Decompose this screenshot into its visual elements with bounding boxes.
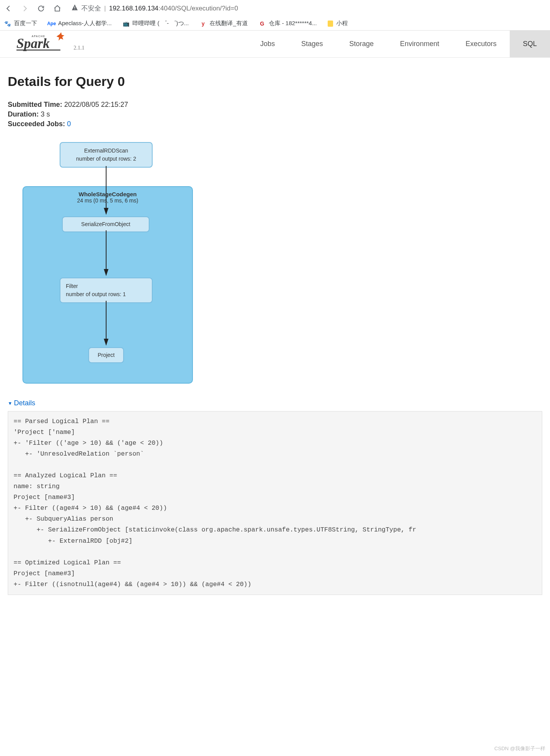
tab-executors[interactable]: Executors — [452, 31, 510, 57]
submitted-time: Submitted Time: 2022/08/05 22:15:27 — [8, 101, 542, 109]
bookmark-miniprog[interactable]: 小程 — [328, 20, 348, 27]
dag-node-project[interactable]: Project — [88, 347, 124, 363]
url-row: 不安全 | 192.168.169.134:4040/SQL/execution… — [0, 0, 550, 17]
bookmark-youdao[interactable]: y 在线翻译_有道 — [199, 20, 248, 27]
succeeded-jobs: Succeeded Jobs: 0 — [8, 120, 542, 128]
query-plan: == Parsed Logical Plan == 'Project ['nam… — [8, 411, 542, 595]
insecure-icon — [71, 4, 78, 13]
spark-header: APACHE Spark 2.1.1 Jobs Stages Storage E… — [0, 31, 550, 58]
bookmark-apeclass[interactable]: Ape Apeclass-人人都学... — [48, 20, 112, 27]
tab-jobs[interactable]: Jobs — [247, 31, 288, 57]
dag-node-serialize[interactable]: SerializeFromObject — [62, 216, 150, 232]
spark-logo[interactable]: APACHE Spark 2.1.1 — [0, 32, 96, 57]
gitee-icon: G — [259, 20, 266, 27]
details-toggle[interactable]: ▼ Details — [8, 399, 542, 407]
tab-environment[interactable]: Environment — [387, 31, 452, 57]
dag-stage-codegen[interactable]: WholeStageCodegen 24 ms (0 ms, 5 ms, 6 m… — [22, 186, 193, 384]
reload-button[interactable] — [36, 3, 46, 14]
ape-icon: Ape — [48, 20, 55, 27]
bookmarks-bar: 🐾 百度一下 Ape Apeclass-人人都学... 📺 哔哩哔哩 ( ゜- … — [0, 17, 550, 30]
succeeded-job-link[interactable]: 0 — [67, 120, 71, 128]
youdao-icon: y — [199, 20, 206, 27]
main-content: Details for Query 0 Submitted Time: 2022… — [0, 58, 550, 595]
back-button[interactable] — [3, 3, 14, 14]
url-bar[interactable]: 不安全 | 192.168.169.134:4040/SQL/execution… — [68, 2, 547, 14]
dag-node-externalrddscan[interactable]: ExternalRDDScan number of output rows: 2 — [60, 142, 153, 168]
bookmark-gitee[interactable]: G 仓库 - 182******4... — [259, 20, 317, 27]
insecure-label: 不安全 — [81, 4, 101, 13]
spark-version: 2.1.1 — [70, 45, 84, 53]
duration: Duration: 3 s — [8, 110, 542, 118]
tab-storage[interactable]: Storage — [336, 31, 387, 57]
tab-sql[interactable]: SQL — [510, 31, 550, 57]
dag-visualization: ExternalRDDScan number of output rows: 2… — [22, 142, 542, 390]
home-button[interactable] — [52, 3, 63, 14]
bookmark-baidu[interactable]: 🐾 百度一下 — [4, 20, 37, 27]
bookmark-bilibili[interactable]: 📺 哔哩哔哩 ( ゜- ゜)つ... — [122, 20, 189, 27]
tab-stages[interactable]: Stages — [288, 31, 336, 57]
paw-icon: 🐾 — [4, 20, 11, 27]
bilibili-icon: 📺 — [122, 20, 129, 27]
forward-button[interactable] — [19, 3, 30, 14]
page-title: Details for Query 0 — [8, 74, 542, 89]
caret-down-icon: ▼ — [8, 401, 12, 406]
browser-chrome: 不安全 | 192.168.169.134:4040/SQL/execution… — [0, 0, 550, 31]
spark-tabs: Jobs Stages Storage Environment Executor… — [247, 31, 550, 57]
dag-node-filter[interactable]: Filter number of output rows: 1 — [60, 278, 153, 303]
svg-text:Spark: Spark — [17, 36, 50, 51]
url-text: 192.168.169.134:4040/SQL/execution/?id=0 — [109, 5, 238, 12]
doc-icon — [328, 21, 333, 27]
